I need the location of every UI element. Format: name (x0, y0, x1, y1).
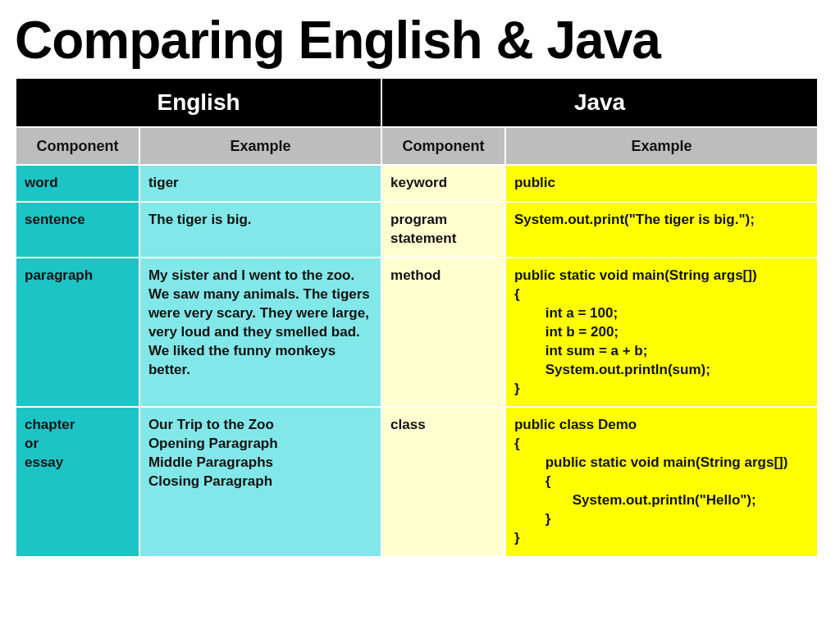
cell-eng-example: The tiger is big. (140, 203, 381, 257)
cell-java-component: class (382, 408, 504, 556)
header-java: Java (382, 79, 817, 126)
comparison-table: English Java Component Example Component… (15, 77, 819, 558)
cell-java-example: public (506, 166, 817, 201)
subhead-example-english: Example (140, 128, 381, 164)
cell-eng-component: sentence (16, 203, 139, 257)
cell-java-component: keyword (382, 166, 504, 201)
table-row: chapter or essay Our Trip to the Zoo Ope… (16, 408, 817, 556)
cell-eng-component: word (16, 166, 139, 201)
subhead-component-english: Component (16, 128, 139, 164)
table-row: sentence The tiger is big. program state… (16, 203, 817, 257)
subhead-example-java: Example (506, 128, 817, 164)
cell-eng-example: Our Trip to the Zoo Opening Paragraph Mi… (140, 408, 381, 556)
slide-title: Comparing English & Java (0, 0, 840, 77)
cell-java-component: method (382, 258, 504, 407)
cell-eng-component: paragraph (16, 258, 139, 407)
cell-eng-example: tiger (140, 166, 381, 201)
cell-java-example: public class Demo { public static void m… (506, 408, 817, 556)
header-english: English (16, 79, 381, 126)
subhead-component-java: Component (382, 128, 504, 164)
cell-java-component: program statement (382, 203, 504, 257)
header-row-sub: Component Example Component Example (16, 128, 817, 164)
table-row: word tiger keyword public (16, 166, 817, 201)
cell-eng-example: My sister and I went to the zoo. We saw … (140, 258, 381, 407)
cell-java-example: System.out.print("The tiger is big."); (506, 203, 817, 257)
cell-java-example: public static void main(String args[]) {… (506, 258, 817, 407)
cell-eng-component: chapter or essay (16, 408, 139, 556)
header-row-main: English Java (16, 79, 817, 126)
table-row: paragraph My sister and I went to the zo… (16, 258, 817, 407)
